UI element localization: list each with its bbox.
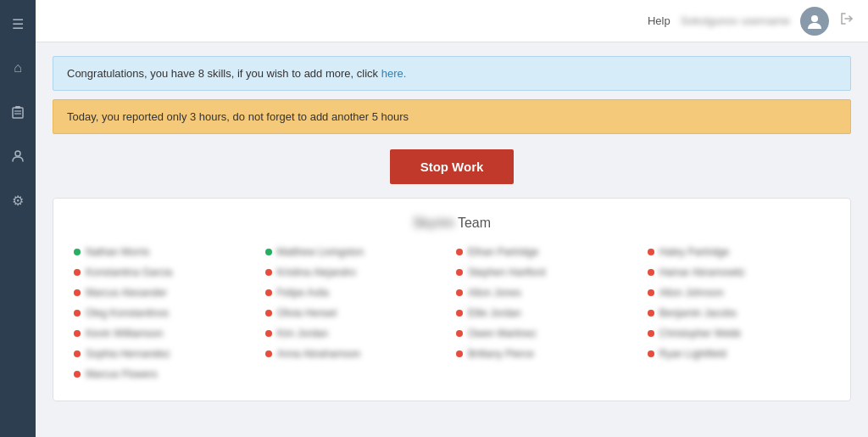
team-column-3: Haley PartridgeHamar AbramowitzAlton Joh… xyxy=(648,246,831,380)
status-dot xyxy=(648,330,654,337)
status-dot xyxy=(265,269,272,276)
member-name: Alton Jones xyxy=(468,287,521,299)
team-member: Olivia Hensel xyxy=(265,307,448,319)
team-member: Owen Martinez xyxy=(456,328,639,339)
home-icon[interactable]: ⌂ xyxy=(4,54,31,81)
status-dot xyxy=(74,330,81,337)
sidebar: ☰ ⌂ ⚙ xyxy=(0,0,36,437)
team-member: Sophia Hernandez xyxy=(74,348,257,360)
member-name: Ethan Partridge xyxy=(468,246,538,258)
user-icon[interactable] xyxy=(4,143,31,170)
clipboard-icon[interactable] xyxy=(4,98,31,126)
svg-rect-1 xyxy=(15,106,20,109)
status-dot xyxy=(456,350,463,357)
team-member: Kristina Alejandro xyxy=(265,266,448,278)
member-name: Anna Abrahamson xyxy=(277,348,361,360)
team-member: Hamar Abramowitz xyxy=(648,266,831,278)
team-title: Skyrim Team xyxy=(74,216,830,231)
member-name: Stephen Hartford xyxy=(468,266,545,278)
content-area: Congratulations, you have 8 skills, if y… xyxy=(36,42,868,437)
status-dot xyxy=(265,310,272,317)
status-dot xyxy=(456,289,463,296)
avatar[interactable] xyxy=(800,7,829,36)
status-dot xyxy=(74,249,81,255)
team-member: Konstantina Garcia xyxy=(74,266,257,278)
status-dot xyxy=(648,269,654,276)
team-member: Anna Abrahamson xyxy=(265,348,448,360)
team-member: Ryan Lightfield xyxy=(648,348,831,360)
team-grid: Nathan MorrisKonstantina GarciaMarcus Al… xyxy=(74,246,830,380)
team-name-blurred: Skyrim xyxy=(413,216,454,231)
member-name: Alton Johnson xyxy=(659,287,724,299)
status-dot xyxy=(265,289,272,296)
status-dot xyxy=(456,269,463,276)
status-dot xyxy=(265,350,272,357)
member-name: Ellie Jordan xyxy=(468,307,521,319)
member-name: Brittany Pierce xyxy=(468,348,534,360)
team-member: Benjamin Jacobs xyxy=(648,307,831,319)
team-member: Brittany Pierce xyxy=(456,348,639,360)
member-name: Owen Martinez xyxy=(468,328,537,339)
member-name: Benjamin Jacobs xyxy=(659,307,737,319)
status-dot xyxy=(74,310,81,317)
member-name: Matthew Livingston xyxy=(277,246,364,258)
header: Help Sokolgunov username xyxy=(36,0,868,42)
status-dot xyxy=(648,249,654,255)
status-dot xyxy=(456,330,463,337)
member-name: Felipe Avila xyxy=(277,287,329,299)
team-column-0: Nathan MorrisKonstantina GarciaMarcus Al… xyxy=(74,246,257,380)
team-member: Kim Jordan xyxy=(265,328,448,339)
team-member: Ethan Partridge xyxy=(456,246,639,258)
main-area: Help Sokolgunov username Congratulations… xyxy=(36,0,868,437)
team-member: Ellie Jordan xyxy=(456,307,639,319)
status-dot xyxy=(265,330,272,337)
member-name: Kevin Williamson xyxy=(86,328,163,339)
logout-icon[interactable] xyxy=(839,11,854,31)
team-member: Stephen Hartford xyxy=(456,266,639,278)
status-dot xyxy=(456,310,463,317)
member-name: Konstantina Garcia xyxy=(86,266,172,278)
skills-banner: Congratulations, you have 8 skills, if y… xyxy=(53,56,851,91)
member-name: Christopher Webb xyxy=(659,328,742,339)
team-member: Marcus Alexander xyxy=(74,287,257,299)
member-name: Nathan Morris xyxy=(86,246,149,258)
status-dot xyxy=(74,269,81,276)
member-name: Olivia Hensel xyxy=(277,307,337,319)
help-link[interactable]: Help xyxy=(648,14,670,27)
team-member: Marcus Flowers xyxy=(74,368,257,380)
team-member: Felipe Avila xyxy=(265,287,448,299)
settings-icon[interactable]: ⚙ xyxy=(4,187,31,214)
member-name: Ryan Lightfield xyxy=(659,348,726,360)
menu-icon[interactable]: ☰ xyxy=(4,10,31,37)
status-dot xyxy=(74,289,81,296)
status-dot xyxy=(456,249,463,255)
svg-point-4 xyxy=(15,151,20,156)
team-column-2: Ethan PartridgeStephen HartfordAlton Jon… xyxy=(456,246,639,380)
member-name: Kristina Alejandro xyxy=(277,266,356,278)
stop-work-container: Stop Work xyxy=(53,149,851,184)
team-member: Matthew Livingston xyxy=(265,246,448,258)
member-name: Haley Partridge xyxy=(659,246,730,258)
status-dot xyxy=(74,350,81,357)
member-name: Kim Jordan xyxy=(277,328,329,339)
team-member: Alton Jones xyxy=(456,287,639,299)
team-column-1: Matthew LivingstonKristina AlejandroFeli… xyxy=(265,246,448,380)
status-dot xyxy=(648,310,654,317)
username-label: Sokolgunov username xyxy=(681,14,790,27)
team-member: Kevin Williamson xyxy=(74,328,257,339)
member-name: Oleg Konstantinos xyxy=(86,307,169,319)
member-name: Hamar Abramowitz xyxy=(659,266,745,278)
member-name: Marcus Alexander xyxy=(86,287,167,299)
svg-rect-0 xyxy=(13,108,23,118)
member-name: Marcus Flowers xyxy=(86,368,158,380)
team-member: Haley Partridge xyxy=(648,246,831,258)
svg-point-5 xyxy=(811,15,818,22)
here-link[interactable]: here. xyxy=(381,67,407,80)
status-dot xyxy=(648,350,654,357)
status-dot xyxy=(648,289,654,296)
team-member: Oleg Konstantinos xyxy=(74,307,257,319)
status-dot xyxy=(265,249,272,255)
status-dot xyxy=(74,371,81,378)
team-card: Skyrim Team Nathan MorrisKonstantina Gar… xyxy=(53,198,851,401)
stop-work-button[interactable]: Stop Work xyxy=(390,149,515,184)
